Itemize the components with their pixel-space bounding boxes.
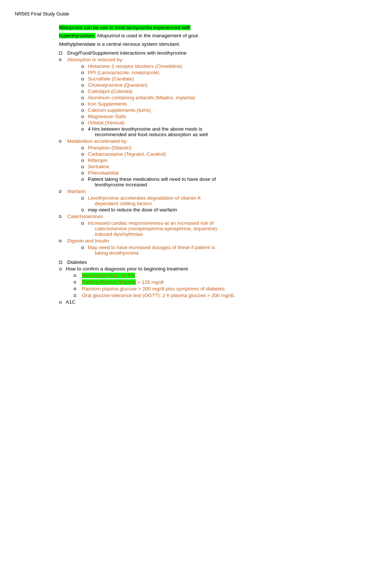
metabolism-item-2: o Rifampin [81,158,377,163]
random-item: Random plasma glucose > 200 mg/dl plus s… [74,286,377,292]
absorption-item-text-4: Colestipol (Colestid) [88,89,133,94]
bullet-oral [74,293,82,298]
confirm-label: How to confirm a diagnosis prior to begi… [66,266,188,272]
oral-text: Oral glucose tolerance test (OGTT): 2-h … [82,293,235,298]
metabolism-item-5: o Patient taking these medications will … [81,176,377,187]
m-bullet-2: o [81,158,88,163]
o-bullet-9: o [81,120,88,125]
absorption-item-1: o PPI (Lansoprazole, omeprazole) [81,70,377,75]
m-bullet-0: o [81,145,88,151]
absorption-item-2: o Sucralfate (Carafate) [81,76,377,82]
absorption-items: o Histamine 2 receptor blockers (Cimetid… [81,63,377,137]
o-bullet-0: o [81,63,88,69]
metabolism-item-text-3: Sertraline [88,164,109,169]
bullet-diabetes [59,259,67,265]
a1c-o-bullet: o [59,299,66,305]
digoxin-item-0: o May need to have increased dosages of … [81,245,377,256]
o-bullet-2: o [81,76,88,82]
metabolism-item-text-5: Patient taking these medications will ne… [88,176,216,187]
intro-line3: Methylphenidate is a central nervous sys… [59,41,377,48]
catecholamines-item-0: o Increased cardiac responsiveness-at an… [81,220,377,237]
fasting-highlight: Fasting Plasma Glucose [82,279,136,285]
highlight-text-1: Metoprolol can be use to treat tachycard… [59,25,190,30]
m-bullet-5: o [81,176,88,182]
catecholamines-item-text-0: Increased cardiac responsiveness-at an i… [88,220,219,237]
digoxin-item-text-0: May need to have increased dosages of th… [88,245,215,256]
digoxin-section: Digoxin and Insulin [59,238,377,244]
bullet-fasting [74,279,82,285]
intro-line2: hyperthyroidism. Allopurinol is used in … [59,32,377,39]
metabolism-section: Metabolism accelerated by: [59,138,377,144]
bullet-catecholamines [59,214,67,219]
metabolism-item-text-0: Phenytoin (Dilantin) [88,145,131,151]
metabolism-label: Metabolism accelerated by: [67,138,377,144]
warfarin-section: Warfarin [59,189,377,194]
absorption-item-10: o 4 Hrs between levothyroxine and the ab… [81,126,377,137]
intro-line2-rest: Allopurinol is used in the management of… [97,33,199,38]
absorption-label: Absorption is reduced by: [67,57,377,62]
catecholamines-label: Catecholamines [67,214,377,219]
warfarin-items: o Levothyroxine accelerates degradation … [81,195,377,213]
digoxin-label: Digoxin and Insulin [67,238,377,244]
absorption-item-text-0: Histamine 2 receptor blockers (Cimetidin… [88,63,182,69]
bullet-warfarin [59,189,67,194]
metabolism-item-3: o Sertraline [81,164,377,169]
m-bullet-4: o [81,170,88,176]
metabolism-item-0: o Phenytoin (Dilantin) [81,145,377,151]
hemoglobin-text: Hemoglobin A1C >6.5% [82,273,135,278]
fasting-item: Fasting Plasma Glucose > 126 mg/dl [74,279,377,285]
hemoglobin-item: Hemoglobin A1C >6.5% [74,273,377,278]
digoxin-items: o May need to have increased dosages of … [81,245,377,256]
d-bullet-0: o [81,245,88,250]
w-bullet-1: o [81,207,88,213]
o-bullet-8: o [81,114,88,119]
bullet-drug-food [59,50,67,56]
absorption-item-text-1: PPI (Lansoprazole, omeprazole) [88,70,159,75]
fasting-text: Fasting Plasma Glucose > 126 mg/dl [82,279,164,285]
drug-food-section: Drug/Food/Supplement interactions with l… [59,50,377,56]
absorption-item-text-9: Orlistat (Xenical) [88,120,125,125]
absorption-item-4: o Colestipol (Colestid) [81,89,377,94]
intro-line1: Metoprolol can be use to treat tachycard… [59,24,377,31]
absorption-item-3: o Cholestyramine (Questran) [81,82,377,88]
confirm-o-bullet: o [59,266,66,272]
m-bullet-3: o [81,164,88,169]
fasting-rest: > 126 mg/dl [137,279,164,285]
confirm-section: o How to confirm a diagnosis prior to be… [59,266,377,272]
bullet-hemoglobin [74,273,82,278]
random-text: Random plasma glucose > 200 mg/dl plus s… [82,286,225,292]
metabolism-item-4: o Phenobarbital [81,170,377,176]
o-bullet-1: o [81,70,88,75]
catecholamines-section: Catecholamines [59,214,377,219]
o-bullet-5: o [81,95,88,100]
diabetes-label: Diabetes [67,259,377,265]
metabolism-item-text-4: Phenobarbital [88,170,118,176]
warfarin-item-text-1: may need to reduce the dose of warfarin [88,207,177,213]
o-bullet-6: o [81,101,88,107]
o-bullet-10: o [81,126,88,132]
absorption-item-text-7: Calcium supplements (tums) [88,107,151,113]
w-bullet-0: o [81,195,88,201]
highlight-text-2: hyperthyroidism. [59,33,96,38]
m-bullet-1: o [81,151,88,157]
metabolism-item-text-1: Carbamazepine (Tegratol, Caratrol) [88,151,166,157]
warfarin-item-0: o Levothyroxine accelerates degradation … [81,195,377,206]
confirm-items: Hemoglobin A1C >6.5% Fasting Plasma Gluc… [74,273,377,298]
absorption-item-0: o Histamine 2 receptor blockers (Cimetid… [81,63,377,69]
a1c-label: A1C [66,299,75,305]
metabolism-item-text-2: Rifampin [88,158,107,163]
o-bullet-3: o [81,82,88,88]
warfarin-item-1: o may need to reduce the dose of warfari… [81,207,377,213]
absorption-item-text-5: Aluminum containing antacids (Maalox, my… [88,95,195,100]
o-bullet-4: o [81,89,88,94]
bullet-metabolism [59,138,67,144]
drug-food-label: Drug/Food/Supplement interactions with l… [67,50,377,56]
absorption-item-8: o Magnesium Salts [81,114,377,119]
metabolism-items: o Phenytoin (Dilantin) o Carbamazepine (… [81,145,377,187]
absorption-item-5: o Aluminum containing antacids (Maalox, … [81,95,377,100]
absorption-item-text-6: Iron Supplements [88,101,127,107]
oral-item: Oral glucose tolerance test (OGTT): 2-h … [74,293,377,298]
absorption-item-text-3: Cholestyramine (Questran) [88,82,148,88]
warfarin-item-text-0: Levothyroxine accelerates degradation of… [88,195,201,206]
bullet-digoxin [59,238,67,244]
